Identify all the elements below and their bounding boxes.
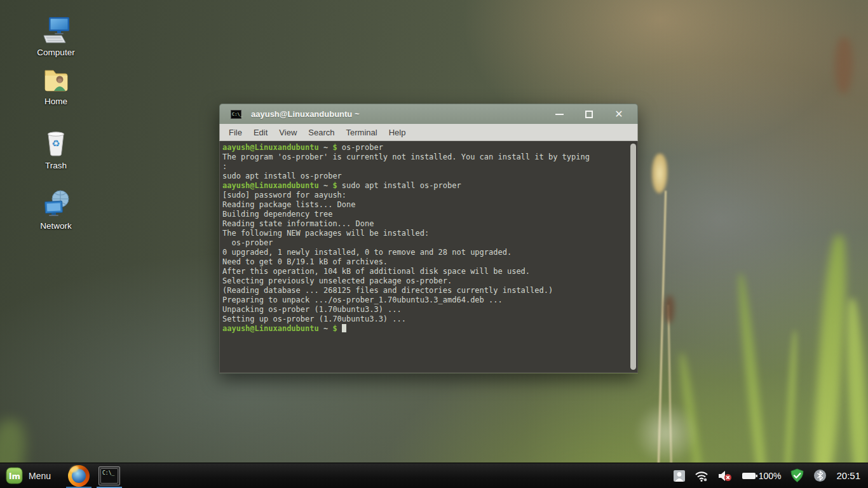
terminal-app-icon: C:\_ bbox=[231, 110, 241, 119]
terminal-output-line: 0 upgraded, 1 newly installed, 0 to remo… bbox=[222, 248, 627, 257]
desktop-icon-computer[interactable]: Computer bbox=[29, 15, 83, 58]
terminal-output-line: (Reading database ... 268125 files and d… bbox=[222, 286, 627, 295]
desktop-icon-network[interactable]: Network bbox=[29, 189, 83, 231]
scrollbar-thumb[interactable] bbox=[630, 144, 636, 370]
system-tray: 100% 20:51 bbox=[668, 463, 868, 488]
user-icon bbox=[673, 470, 686, 482]
window-controls: ✕ bbox=[540, 106, 630, 123]
active-window-frame: C:\_ bbox=[98, 466, 120, 485]
terminal-output-line: Selecting previously unselected package … bbox=[222, 276, 627, 286]
terminal-output-line: Preparing to unpack .../os-prober_1.70ub… bbox=[222, 295, 627, 305]
window-title: aayush@Linuxandubuntu ~ bbox=[251, 109, 540, 119]
menu-file[interactable]: File bbox=[223, 128, 248, 137]
minimize-button[interactable] bbox=[548, 106, 570, 123]
close-icon: ✕ bbox=[614, 109, 623, 119]
bluetooth-applet[interactable] bbox=[809, 463, 831, 488]
terminal-output-line: Reading package lists... Done bbox=[222, 200, 627, 210]
desktop-icon-label: Network bbox=[40, 221, 72, 231]
trash-icon: ♻ bbox=[41, 128, 71, 159]
mint-menu-button[interactable]: lm Menu bbox=[0, 463, 57, 488]
terminal-output-line: After this operation, 104 kB of addition… bbox=[222, 267, 627, 276]
volume-applet[interactable] bbox=[713, 463, 737, 488]
maximize-icon bbox=[585, 111, 593, 118]
maximize-button[interactable] bbox=[578, 106, 600, 123]
terminal-output-line: : bbox=[222, 162, 627, 172]
menu-search[interactable]: Search bbox=[302, 128, 340, 137]
minimize-icon bbox=[555, 114, 564, 115]
terminal-output-line: The following NEW packages will be insta… bbox=[222, 229, 627, 238]
clock[interactable]: 20:51 bbox=[831, 470, 868, 481]
wifi-icon bbox=[695, 470, 709, 482]
mint-logo-icon: lm bbox=[6, 467, 23, 484]
computer-icon bbox=[40, 15, 72, 46]
bluetooth-icon bbox=[813, 469, 827, 482]
terminal-output-line: The program 'os-prober' is currently not… bbox=[222, 152, 627, 162]
battery-percent-label: 100% bbox=[759, 471, 782, 481]
volume-muted-icon bbox=[717, 469, 733, 483]
desktop-icon-label: Trash bbox=[45, 161, 67, 170]
terminal-output-line: Reading state information... Done bbox=[222, 219, 627, 229]
terminal-output-line: sudo apt install os-prober bbox=[222, 172, 627, 181]
desktop-icon-home[interactable]: Home bbox=[29, 64, 83, 107]
window-titlebar[interactable]: C:\_ aayush@Linuxandubuntu ~ ✕ bbox=[219, 104, 638, 124]
network-icon bbox=[41, 189, 71, 219]
user-applet[interactable] bbox=[668, 463, 690, 488]
terminal-menubar: File Edit View Search Terminal Help bbox=[219, 124, 638, 141]
update-shield-icon bbox=[790, 468, 804, 483]
terminal-window: C:\_ aayush@Linuxandubuntu ~ ✕ File Edit… bbox=[219, 104, 638, 374]
terminal-output-line: Building dependency tree bbox=[222, 210, 627, 219]
battery-icon bbox=[742, 471, 758, 481]
terminal-cursor bbox=[342, 324, 346, 332]
menu-view[interactable]: View bbox=[273, 128, 302, 137]
svg-text:♻: ♻ bbox=[51, 138, 60, 149]
terminal-output-line: Need to get 0 B/19.1 kB of archives. bbox=[222, 257, 627, 267]
terminal-output-line: os-prober bbox=[222, 238, 627, 248]
menu-edit[interactable]: Edit bbox=[248, 128, 273, 137]
terminal-icon: C:\_ bbox=[100, 468, 118, 484]
home-folder-icon bbox=[41, 64, 71, 95]
menu-button-label: Menu bbox=[29, 471, 51, 481]
menu-terminal[interactable]: Terminal bbox=[341, 128, 383, 137]
svg-text:lm: lm bbox=[9, 471, 20, 481]
terminal-content[interactable]: aayush@Linuxandubuntu ~ $ os-proberThe p… bbox=[219, 141, 638, 373]
taskbar: lm Menu C:\_ bbox=[0, 463, 868, 488]
update-manager-applet[interactable] bbox=[785, 463, 809, 488]
terminal-output: aayush@Linuxandubuntu ~ $ os-proberThe p… bbox=[222, 143, 627, 334]
terminal-prompt-line: aayush@Linuxandubuntu ~ $ bbox=[222, 324, 627, 334]
menu-help[interactable]: Help bbox=[383, 128, 412, 137]
terminal-output-line: [sudo] password for aayush: bbox=[222, 191, 627, 200]
network-applet[interactable] bbox=[690, 463, 713, 488]
desktop: Computer Home ♻ Trash Network bbox=[0, 0, 868, 488]
terminal-output-line: Unpacking os-prober (1.70ubuntu3.3) ... bbox=[222, 305, 627, 315]
terminal-taskbar-button[interactable]: C:\_ bbox=[95, 463, 123, 488]
battery-applet[interactable]: 100% bbox=[737, 463, 786, 488]
firefox-launcher[interactable] bbox=[65, 463, 93, 488]
firefox-icon bbox=[68, 465, 90, 487]
terminal-output-line: Setting up os-prober (1.70ubuntu3.3) ... bbox=[222, 315, 627, 324]
close-button[interactable]: ✕ bbox=[608, 106, 630, 123]
desktop-icon-trash[interactable]: ♻ Trash bbox=[29, 128, 83, 171]
desktop-icon-label: Home bbox=[44, 97, 67, 106]
terminal-prompt-line: aayush@Linuxandubuntu ~ $ os-prober bbox=[222, 143, 627, 152]
bokeh-highlight bbox=[634, 402, 698, 465]
desktop-icon-label: Computer bbox=[37, 48, 74, 57]
terminal-prompt-line: aayush@Linuxandubuntu ~ $ sudo apt insta… bbox=[222, 181, 627, 191]
